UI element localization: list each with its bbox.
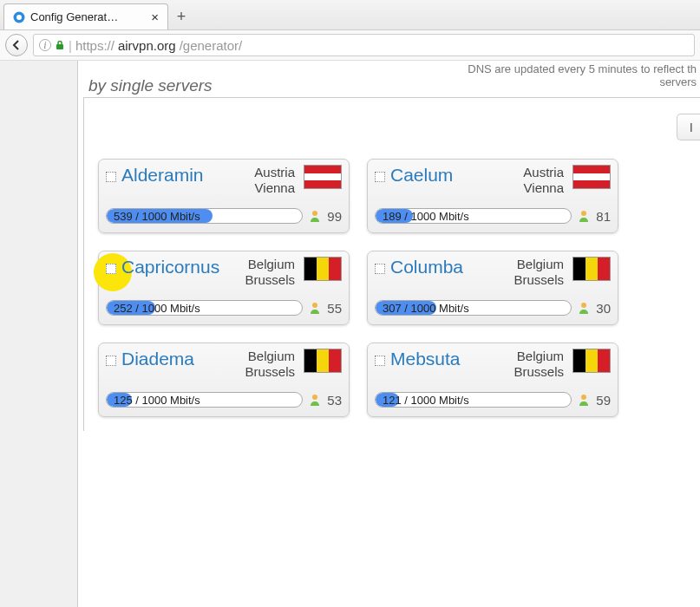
new-tab-button[interactable]: + — [168, 3, 194, 29]
load-bar: 539 / 1000 Mbit/s — [106, 208, 303, 224]
server-card[interactable]: CapricornusBelgiumBrussels252 / 1000 Mbi… — [98, 251, 350, 325]
info-icon: i — [39, 39, 51, 51]
flag-icon — [304, 165, 342, 189]
server-name[interactable]: Columba — [390, 257, 508, 277]
server-card[interactable]: ColumbaBelgiumBrussels307 / 1000 Mbit/s3… — [367, 251, 618, 325]
svg-point-7 — [312, 395, 317, 400]
server-location: BelgiumBrussels — [514, 257, 564, 288]
lock-icon — [55, 38, 65, 53]
note-line-2: servers — [659, 75, 697, 88]
url-prefix: https:// — [75, 38, 114, 53]
tab-strip: Config Generat… × + — [0, 0, 700, 29]
svg-point-4 — [581, 211, 586, 216]
users-icon — [308, 209, 322, 223]
users-icon — [577, 393, 591, 407]
tab-title: Config Generat… — [30, 10, 146, 23]
flag-icon — [572, 349, 611, 373]
server-grid: AlderaminAustriaVienna539 / 1000 Mbit/s9… — [98, 159, 686, 417]
load-label: 125 / 1000 Mbit/s — [114, 393, 200, 407]
svg-point-3 — [312, 211, 317, 216]
user-count: 55 — [327, 301, 342, 316]
browser-tab[interactable]: Config Generat… × — [3, 3, 168, 29]
server-checkbox[interactable] — [106, 264, 116, 274]
url-divider: | — [69, 38, 72, 53]
load-bar: 121 / 1000 Mbit/s — [375, 392, 572, 408]
svg-point-8 — [581, 395, 586, 400]
users-icon — [308, 393, 322, 407]
server-checkbox[interactable] — [375, 356, 385, 366]
favicon-icon — [13, 11, 25, 23]
load-label: 189 / 1000 Mbit/s — [383, 209, 469, 223]
server-card[interactable]: DiademaBelgiumBrussels125 / 1000 Mbit/s5… — [98, 343, 350, 417]
server-checkbox[interactable] — [106, 172, 116, 182]
back-button[interactable] — [5, 34, 28, 56]
server-name[interactable]: Mebsuta — [390, 349, 508, 369]
users-icon — [577, 209, 591, 223]
users-icon — [308, 301, 322, 315]
user-count: 53 — [327, 393, 342, 408]
load-label: 539 / 1000 Mbit/s — [114, 209, 200, 223]
load-label: 252 / 1000 Mbit/s — [114, 301, 200, 315]
server-name[interactable]: Capricornus — [121, 257, 239, 277]
content: DNS are updated every 5 minutes to refle… — [78, 61, 700, 607]
user-count: 81 — [596, 209, 611, 224]
server-location: AustriaVienna — [523, 165, 564, 196]
svg-point-5 — [312, 303, 317, 308]
page: DNS are updated every 5 minutes to refle… — [0, 61, 700, 607]
svg-point-1 — [16, 15, 22, 20]
load-bar: 189 / 1000 Mbit/s — [375, 208, 572, 224]
note-line-1: DNS are updated every 5 minutes to refle… — [468, 62, 697, 75]
server-panel: I AlderaminAustriaVienna539 / 1000 Mbit/… — [83, 97, 700, 431]
flag-icon — [572, 257, 611, 281]
user-count: 99 — [327, 209, 342, 224]
server-location: AustriaVienna — [254, 165, 295, 196]
load-label: 121 / 1000 Mbit/s — [383, 393, 469, 407]
server-checkbox[interactable] — [375, 264, 385, 274]
url-host: airvpn.org — [118, 38, 176, 53]
load-bar: 307 / 1000 Mbit/s — [375, 300, 572, 316]
server-location: BelgiumBrussels — [514, 349, 564, 380]
server-card[interactable]: AlderaminAustriaVienna539 / 1000 Mbit/s9… — [98, 159, 350, 233]
load-bar: 125 / 1000 Mbit/s — [106, 392, 303, 408]
invert-button[interactable]: I — [677, 114, 700, 140]
flag-icon — [304, 349, 342, 373]
server-name[interactable]: Caelum — [390, 165, 518, 186]
url-field[interactable]: i | https://airvpn.org/generator/ — [33, 34, 695, 56]
flag-icon — [572, 165, 611, 189]
server-checkbox[interactable] — [106, 356, 116, 366]
server-checkbox[interactable] — [375, 172, 385, 182]
url-bar: i | https://airvpn.org/generator/ — [0, 29, 700, 61]
user-count: 59 — [596, 393, 611, 408]
svg-point-6 — [581, 303, 586, 308]
server-location: BelgiumBrussels — [245, 349, 295, 380]
user-count: 30 — [596, 301, 611, 316]
users-icon — [577, 301, 591, 315]
server-location: BelgiumBrussels — [245, 257, 295, 288]
arrow-left-icon — [11, 40, 22, 50]
server-name[interactable]: Diadema — [121, 349, 239, 369]
load-bar: 252 / 1000 Mbit/s — [106, 300, 303, 316]
load-label: 307 / 1000 Mbit/s — [383, 301, 469, 315]
flag-icon — [304, 257, 342, 281]
close-tab-icon[interactable]: × — [151, 10, 159, 24]
top-note: DNS are updated every 5 minutes to refle… — [468, 62, 700, 88]
svg-rect-2 — [56, 44, 63, 49]
left-rail — [0, 61, 78, 607]
url-path: /generator/ — [180, 38, 243, 53]
server-card[interactable]: MebsutaBelgiumBrussels121 / 1000 Mbit/s5… — [367, 343, 618, 417]
server-card[interactable]: CaelumAustriaVienna189 / 1000 Mbit/s81 — [367, 159, 618, 233]
server-name[interactable]: Alderamin — [121, 165, 249, 186]
